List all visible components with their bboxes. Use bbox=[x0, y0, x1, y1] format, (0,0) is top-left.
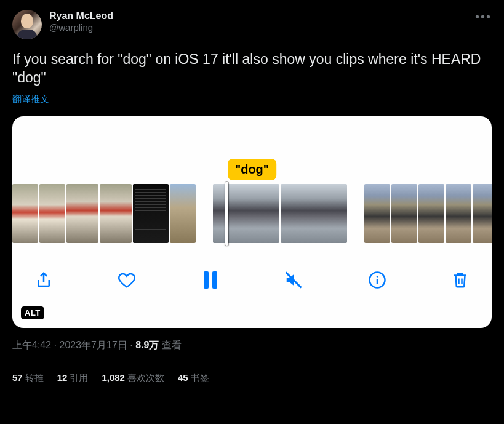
svg-point-3 bbox=[376, 276, 378, 278]
tweet-stats: 57转推 12引用 1,082喜欢次数 45书签 bbox=[12, 362, 492, 394]
video-frame bbox=[133, 184, 169, 243]
media-card[interactable]: "dog" bbox=[12, 116, 492, 328]
tweet-time[interactable]: 上午4:42 bbox=[12, 340, 51, 350]
translate-link[interactable]: 翻译推文 bbox=[12, 94, 492, 105]
playhead[interactable] bbox=[225, 182, 228, 246]
heart-icon[interactable] bbox=[116, 270, 137, 290]
views-label: 查看 bbox=[159, 340, 181, 350]
mute-icon[interactable] bbox=[283, 270, 304, 290]
tweet-text: If you search for "dog" on iOS 17 it'll … bbox=[12, 50, 492, 87]
display-name[interactable]: Ryan McLeod bbox=[49, 10, 113, 22]
video-frame bbox=[418, 184, 444, 243]
video-frame bbox=[39, 184, 65, 243]
clip-group-2[interactable] bbox=[213, 184, 347, 243]
tweet-date[interactable]: 2023年7月17日 bbox=[59, 340, 127, 350]
user-handle[interactable]: @warpling bbox=[49, 22, 113, 34]
tweet-meta: 上午4:42 · 2023年7月17日 · 8.9万 查看 bbox=[12, 339, 492, 352]
video-frame bbox=[213, 184, 279, 243]
views-count: 8.9万 bbox=[135, 340, 159, 350]
video-frame bbox=[12, 184, 38, 243]
quotes-stat[interactable]: 12引用 bbox=[57, 372, 89, 384]
avatar[interactable] bbox=[12, 10, 42, 39]
bookmarks-stat[interactable]: 45书签 bbox=[178, 372, 209, 384]
video-frame bbox=[170, 184, 196, 243]
video-frame bbox=[391, 184, 417, 243]
video-frame bbox=[364, 184, 390, 243]
tweet-container: Ryan McLeod @warpling ••• If you search … bbox=[0, 0, 504, 394]
video-frame bbox=[281, 184, 347, 243]
user-info: Ryan McLeod @warpling bbox=[49, 10, 113, 34]
retweets-stat[interactable]: 57转推 bbox=[12, 372, 44, 384]
info-icon[interactable] bbox=[367, 270, 388, 290]
search-term-badge: "dog" bbox=[228, 159, 277, 180]
video-frame bbox=[100, 184, 132, 243]
video-frame bbox=[473, 184, 492, 243]
video-frame bbox=[446, 184, 471, 243]
clip-group-3[interactable] bbox=[364, 184, 492, 243]
likes-stat[interactable]: 1,082喜欢次数 bbox=[102, 372, 164, 384]
media-top-area: "dog" bbox=[12, 116, 492, 184]
clip-group-1[interactable] bbox=[12, 184, 196, 243]
pause-icon[interactable] bbox=[200, 270, 221, 290]
media-toolbar bbox=[12, 243, 492, 302]
alt-badge[interactable]: ALT bbox=[21, 306, 44, 319]
trash-icon[interactable] bbox=[450, 270, 471, 290]
more-icon[interactable]: ••• bbox=[475, 10, 492, 24]
tweet-header: Ryan McLeod @warpling ••• bbox=[12, 10, 492, 39]
filmstrip[interactable] bbox=[12, 184, 492, 243]
video-frame bbox=[66, 184, 98, 243]
share-icon[interactable] bbox=[33, 270, 54, 290]
